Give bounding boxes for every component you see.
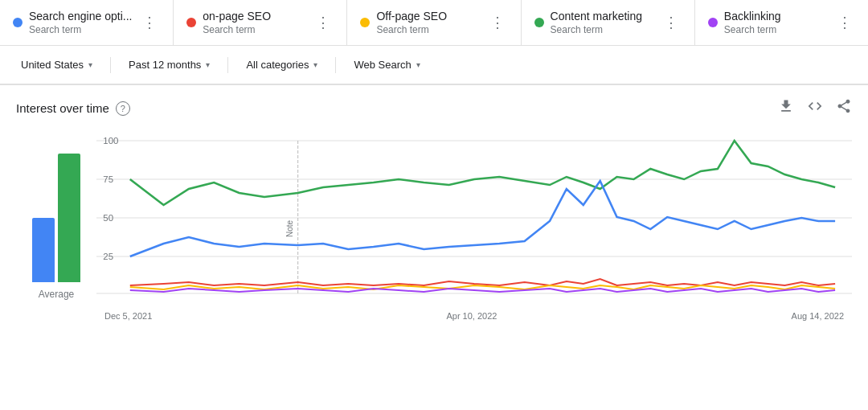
avg-bar-seo	[32, 218, 55, 282]
download-button[interactable]	[778, 98, 794, 118]
term-type-onpage: Search term	[203, 24, 306, 35]
embed-button[interactable]	[807, 98, 823, 118]
svg-text:75: 75	[103, 174, 113, 184]
search-term-item-backlink[interactable]: Backlinking Search term ⋮	[695, 0, 868, 45]
svg-text:Note: Note	[285, 220, 294, 237]
term-info-seo: Search engine opti... Search term	[29, 10, 133, 35]
x-label-apr: Apr 10, 2022	[446, 311, 497, 321]
chart-title: Interest over time	[16, 101, 109, 115]
share-button[interactable]	[836, 98, 852, 118]
search-term-item-seo[interactable]: Search engine opti... Search term ⋮	[0, 0, 174, 45]
term-name-seo: Search engine opti...	[29, 10, 133, 23]
filter-separator-3	[335, 57, 336, 73]
location-filter[interactable]: United States ▾	[13, 54, 100, 76]
term-menu-offpage[interactable]: ⋮	[487, 10, 508, 35]
category-chevron-icon: ▾	[313, 60, 317, 69]
term-info-offpage: Off-page SEO Search term	[376, 10, 480, 35]
searchtype-filter[interactable]: Web Search ▾	[346, 54, 428, 76]
time-chevron-icon: ▾	[206, 60, 210, 69]
term-name-offpage: Off-page SEO	[376, 10, 480, 23]
term-type-backlink: Search term	[724, 24, 828, 35]
time-filter[interactable]: Past 12 months ▾	[121, 54, 218, 76]
term-name-backlink: Backlinking	[724, 10, 828, 23]
chart-actions	[778, 98, 852, 118]
avg-bar-content	[58, 154, 80, 282]
term-dot-offpage	[360, 18, 370, 27]
x-label-dec: Dec 5, 2021	[104, 311, 152, 321]
term-menu-onpage[interactable]: ⋮	[313, 10, 334, 35]
category-label: All categories	[246, 59, 309, 71]
searchtype-chevron-icon: ▾	[416, 60, 420, 69]
chart-header: Interest over time ?	[16, 98, 852, 118]
search-terms-bar: Search engine opti... Search term ⋮ on-p…	[0, 0, 868, 46]
search-term-item-onpage[interactable]: on-page SEO Search term ⋮	[174, 0, 347, 45]
term-type-seo: Search term	[29, 24, 133, 35]
line-chart-area: 100 75 50 25 Note Dec 5,	[96, 125, 852, 322]
term-info-onpage: on-page SEO Search term	[203, 10, 306, 35]
term-dot-onpage	[186, 18, 196, 27]
search-term-item-content[interactable]: Content marketing Search term ⋮	[522, 0, 695, 45]
term-menu-content[interactable]: ⋮	[661, 10, 682, 35]
line-content-marketing	[130, 141, 835, 205]
line-offpage-seo	[130, 285, 835, 289]
x-label-aug: Aug 14, 2022	[792, 311, 844, 321]
location-chevron-icon: ▾	[88, 60, 92, 69]
filter-separator-2	[227, 57, 228, 73]
chart-container: Average 100 75 50 25 Note	[16, 125, 852, 322]
term-menu-backlink[interactable]: ⋮	[834, 10, 855, 35]
category-filter[interactable]: All categories ▾	[238, 54, 326, 76]
average-section: Average	[16, 125, 96, 322]
line-onpage-seo	[130, 279, 835, 285]
avg-bars	[32, 125, 80, 285]
term-name-content: Content marketing	[551, 10, 654, 23]
term-info-content: Content marketing Search term	[551, 10, 654, 35]
term-type-content: Search term	[551, 24, 654, 35]
location-label: United States	[21, 59, 84, 71]
term-dot-backlink	[708, 18, 718, 27]
line-chart-svg: 100 75 50 25 Note	[96, 125, 852, 310]
searchtype-label: Web Search	[354, 59, 411, 71]
filter-bar: United States ▾ Past 12 months ▾ All cat…	[0, 46, 868, 85]
term-menu-seo[interactable]: ⋮	[139, 10, 160, 35]
svg-text:25: 25	[103, 252, 113, 261]
x-axis-labels: Dec 5, 2021 Apr 10, 2022 Aug 14, 2022	[96, 311, 852, 321]
chart-section: Interest over time ? Aver	[0, 85, 868, 322]
term-dot-content	[534, 18, 544, 27]
line-backlinking	[130, 289, 835, 292]
term-type-offpage: Search term	[376, 24, 480, 35]
term-name-onpage: on-page SEO	[203, 10, 306, 23]
svg-text:50: 50	[103, 213, 113, 223]
average-label: Average	[39, 289, 74, 300]
chart-title-group: Interest over time ?	[16, 101, 130, 116]
time-label: Past 12 months	[129, 59, 201, 71]
help-icon[interactable]: ?	[116, 101, 130, 116]
term-dot-seo	[13, 18, 23, 27]
term-info-backlink: Backlinking Search term	[724, 10, 828, 35]
svg-text:100: 100	[103, 136, 118, 146]
search-term-item-offpage[interactable]: Off-page SEO Search term ⋮	[347, 0, 521, 45]
filter-separator-1	[110, 57, 111, 73]
